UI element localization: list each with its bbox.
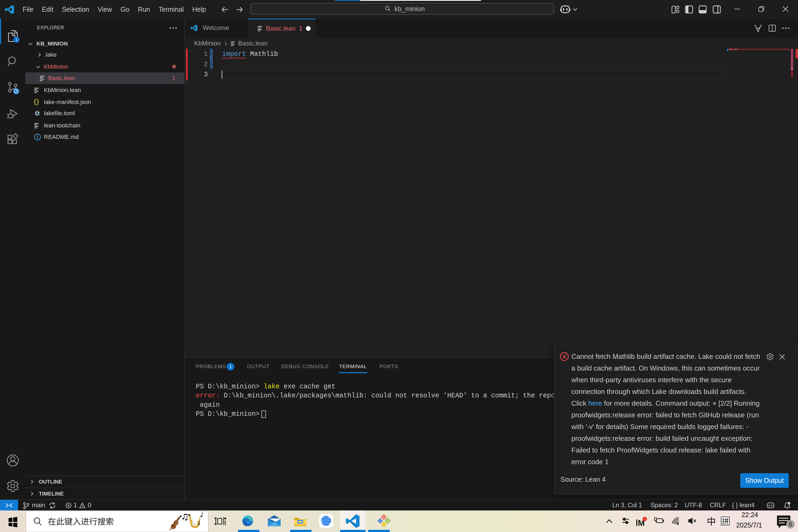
svg-text:22:24: 22:24 bbox=[741, 511, 758, 518]
svg-text:6: 6 bbox=[789, 520, 792, 528]
svg-text:1: 1 bbox=[15, 37, 17, 42]
svg-text:2025/7/1: 2025/7/1 bbox=[736, 521, 762, 529]
